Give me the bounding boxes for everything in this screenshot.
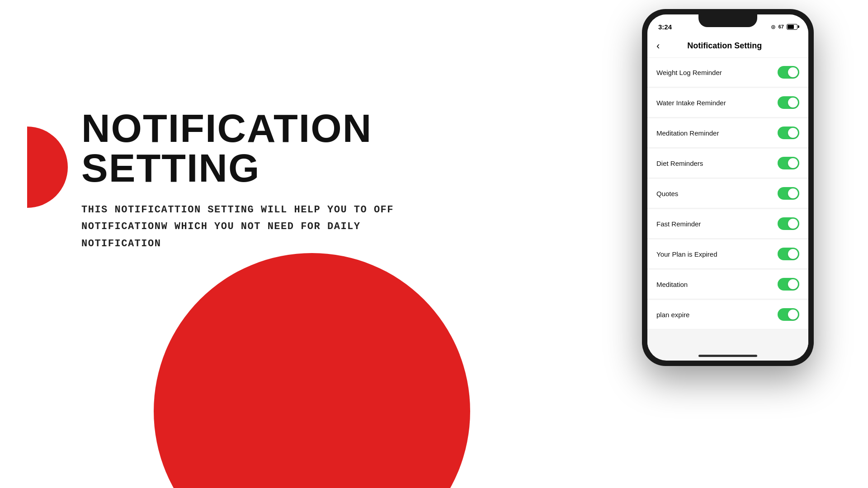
toggle-3[interactable] (778, 157, 799, 169)
notification-item: Fast Reminder (647, 209, 808, 239)
status-icons: ⊛ 67 (771, 23, 797, 30)
notification-label: plan expire (656, 311, 689, 319)
red-circle-bottom-decoration (154, 253, 470, 488)
notification-label: Weight Log Reminder (656, 69, 722, 76)
notification-item: Meditation Reminder (647, 118, 808, 148)
notification-label: Fast Reminder (656, 220, 701, 228)
home-indicator (698, 355, 757, 357)
toggle-6[interactable] (778, 248, 799, 260)
main-heading: NOTIFICATION SETTING (81, 108, 434, 188)
battery-fill (788, 25, 794, 29)
phone-screen: 3:24 ⊛ 67 ‹ Notification Setting Weight … (647, 14, 808, 361)
toggle-7[interactable] (778, 278, 799, 291)
subtitle-description: THIS NOTIFICATTION SETTING WILL HELP YOU… (81, 202, 434, 252)
notification-item: Your Plan is Expired (647, 239, 808, 269)
toggle-0[interactable] (778, 66, 799, 79)
toggle-1[interactable] (778, 96, 799, 109)
notification-item: Quotes (647, 179, 808, 208)
red-half-circle-decoration (27, 127, 68, 208)
notification-item: plan expire (647, 300, 808, 329)
status-time: 3:24 (658, 23, 672, 31)
notification-item: Meditation (647, 270, 808, 299)
notification-item: Diet Reminders (647, 149, 808, 178)
battery-percent: 67 (778, 24, 784, 29)
toggle-4[interactable] (778, 187, 799, 200)
phone-notch (698, 14, 757, 27)
notification-item: Water Intake Reminder (647, 88, 808, 117)
notification-list: Weight Log ReminderWater Intake Reminder… (647, 58, 808, 350)
toggle-8[interactable] (778, 308, 799, 321)
notification-item: Weight Log Reminder (647, 58, 808, 87)
wifi-icon: ⊛ (771, 23, 776, 30)
notification-label: Diet Reminders (656, 160, 703, 167)
back-button[interactable]: ‹ (656, 40, 660, 52)
left-content-area: NOTIFICATION SETTING THIS NOTIFICATTION … (81, 108, 434, 252)
toggle-5[interactable] (778, 217, 799, 230)
notification-label: Meditation Reminder (656, 129, 719, 137)
navigation-bar: ‹ Notification Setting (647, 34, 808, 58)
phone-outer-shell: 3:24 ⊛ 67 ‹ Notification Setting Weight … (642, 9, 814, 366)
phone-mockup: 3:24 ⊛ 67 ‹ Notification Setting Weight … (642, 9, 814, 371)
notification-label: Your Plan is Expired (656, 250, 717, 258)
notification-label: Meditation (656, 281, 688, 288)
battery-icon (787, 24, 797, 30)
notification-label: Quotes (656, 190, 678, 197)
screen-title: Notification Setting (665, 41, 784, 51)
notification-label: Water Intake Reminder (656, 99, 726, 107)
toggle-2[interactable] (778, 127, 799, 139)
